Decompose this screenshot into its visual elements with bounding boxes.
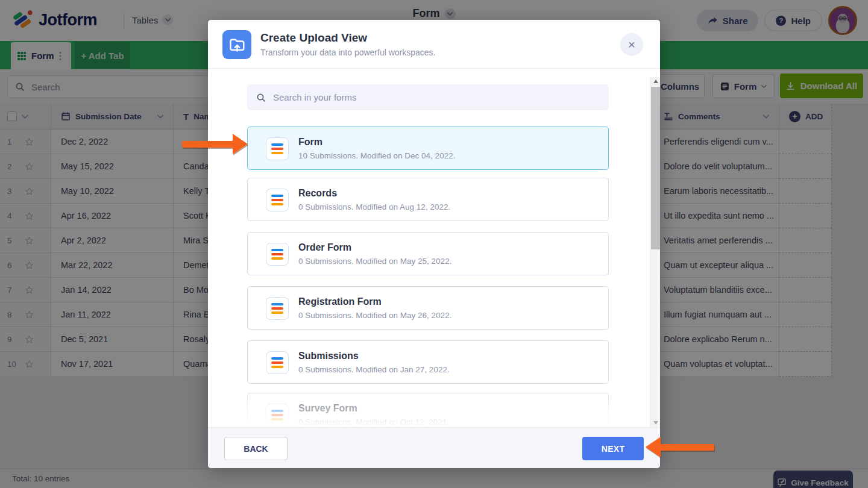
next-label: NEXT (602, 444, 625, 454)
form-item-title: Registration Form (298, 296, 382, 307)
form-item-meta: 0 Submissions. Modified on Jan 27, 2022. (298, 365, 450, 374)
close-icon: × (628, 37, 635, 52)
back-button[interactable]: BACK (224, 437, 288, 460)
form-icon (266, 137, 289, 160)
form-icon (266, 189, 289, 211)
form-list-item[interactable]: Survey Form0 Submissions. Modified on Oc… (247, 393, 609, 427)
modal-title: Create Upload View (260, 31, 367, 45)
modal-header: Create Upload View Transform your data i… (208, 20, 660, 69)
scrollbar-thumb[interactable] (651, 87, 660, 249)
form-item-meta: 0 Submissions. Modified on Aug 12, 2022. (298, 202, 450, 211)
screen: Jotform Tables Form Sha (0, 0, 868, 488)
upload-folder-icon (222, 30, 251, 59)
form-search-input[interactable] (272, 92, 600, 103)
modal-scrollbar[interactable] (650, 77, 660, 427)
form-item-meta: 0 Submissions. Modified on May 26, 2022. (298, 311, 451, 320)
form-item-title: Survey Form (298, 403, 357, 414)
form-item-title: Order Form (298, 242, 351, 253)
form-list-item[interactable]: Form10 Submissions. Modified on Dec 04, … (247, 127, 609, 170)
form-icon (266, 404, 289, 427)
form-icon (266, 297, 289, 320)
modal-body: Form10 Submissions. Modified on Dec 04, … (208, 69, 660, 427)
search-icon (256, 93, 266, 102)
scroll-up-arrow[interactable] (650, 77, 660, 86)
form-item-title: Form (298, 137, 322, 148)
next-button[interactable]: NEXT (582, 437, 644, 460)
modal-subtitle: Transform your data into powerful worksp… (260, 48, 436, 57)
form-item-meta: 0 Submissions. Modified on May 25, 2022. (298, 257, 451, 266)
form-list-item[interactable]: Registration Form0 Submissions. Modified… (247, 286, 609, 330)
form-list-item[interactable]: Order Form0 Submissions. Modified on May… (247, 232, 609, 275)
form-item-meta: 10 Submissions. Modified on Dec 04, 2022… (298, 151, 455, 160)
close-button[interactable]: × (620, 33, 643, 56)
create-upload-view-modal: Create Upload View Transform your data i… (208, 20, 660, 468)
form-icon (266, 351, 289, 374)
form-item-meta: 0 Submissions. Modified on Oct 12, 2021. (298, 418, 449, 427)
modal-footer: BACK NEXT (208, 427, 660, 468)
form-list-item[interactable]: Records0 Submissions. Modified on Aug 12… (247, 178, 609, 221)
form-search[interactable] (247, 84, 609, 110)
form-item-title: Records (298, 188, 337, 199)
form-icon (266, 243, 289, 266)
form-item-title: Submissions (298, 351, 359, 361)
scroll-down-arrow[interactable] (650, 419, 660, 427)
back-label: BACK (244, 444, 268, 454)
form-list-item[interactable]: Submissions0 Submissions. Modified on Ja… (247, 340, 609, 384)
